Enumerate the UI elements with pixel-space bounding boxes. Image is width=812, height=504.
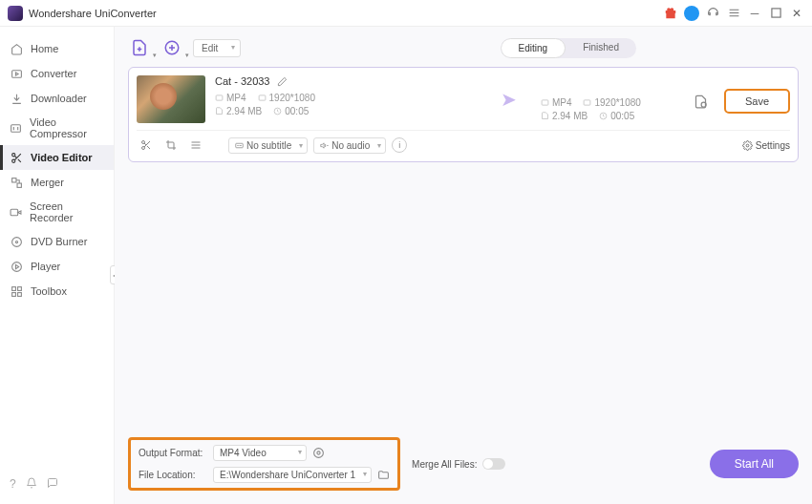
merge-toggle[interactable]	[482, 458, 505, 470]
svg-rect-5	[11, 178, 15, 181]
svg-rect-14	[17, 292, 21, 296]
sidebar-item-editor[interactable]: Video Editor	[0, 145, 114, 170]
svg-rect-11	[11, 286, 15, 290]
user-avatar[interactable]	[684, 6, 699, 21]
add-file-button[interactable]: ▾	[128, 36, 151, 59]
compressor-icon	[10, 121, 22, 135]
svg-rect-1	[11, 70, 21, 77]
sidebar-item-player[interactable]: Player	[0, 254, 114, 279]
svg-point-8	[11, 237, 21, 246]
app-title: Wondershare UniConverter	[29, 8, 157, 19]
sidebar-item-downloader[interactable]: Downloader	[0, 86, 114, 111]
sidebar-label: Player	[31, 261, 60, 272]
tab-finished[interactable]: Finished	[566, 38, 636, 58]
sidebar-item-toolbox[interactable]: Toolbox	[0, 279, 114, 304]
output-settings-icon[interactable]	[694, 94, 709, 109]
item-title: Cat - 32033	[215, 75, 269, 87]
info-button[interactable]: i	[392, 137, 407, 153]
target-resolution: 1920*1080	[583, 97, 640, 108]
notification-icon[interactable]	[26, 477, 37, 491]
sidebar-item-compressor[interactable]: Video Compressor	[0, 111, 114, 145]
svg-point-28	[314, 449, 324, 458]
home-icon	[10, 42, 23, 55]
media-item-card: Cat - 32033 MP4 1920*1080 2.94 MB 00:05 …	[128, 67, 799, 162]
item-settings-button[interactable]: Settings	[742, 140, 790, 151]
sidebar-item-merger[interactable]: Merger	[0, 170, 114, 195]
edit-title-icon[interactable]	[277, 76, 288, 87]
output-settings-box: Output Format: MP4 Video File Location: …	[128, 437, 400, 491]
sidebar-item-dvd[interactable]: DVD Burner	[0, 229, 114, 254]
titlebar: Wondershare UniConverter ─ ✕	[0, 0, 812, 27]
converter-icon	[10, 67, 23, 80]
toolbox-icon	[10, 284, 23, 298]
sidebar-label: Toolbox	[31, 285, 67, 297]
sidebar-item-recorder[interactable]: Screen Recorder	[0, 195, 114, 229]
more-button[interactable]	[186, 136, 205, 154]
scissors-icon	[10, 151, 23, 164]
source-size: 2.94 MB	[215, 106, 262, 116]
audio-select[interactable]: No audio	[313, 137, 386, 154]
tab-editing[interactable]: Editing	[501, 38, 566, 58]
player-icon	[10, 260, 23, 273]
tab-switch: Editing Finished	[501, 38, 636, 58]
file-location-label: File Location:	[139, 470, 207, 480]
merge-label: Merge All Files:	[412, 459, 477, 470]
crop-button[interactable]	[161, 136, 181, 154]
svg-rect-0	[771, 9, 780, 17]
sidebar-label: Merger	[31, 177, 64, 188]
open-folder-icon[interactable]	[377, 469, 390, 481]
svg-rect-16	[216, 95, 223, 100]
maximize-icon[interactable]	[768, 6, 783, 21]
output-format-select[interactable]: MP4 Video	[213, 445, 307, 461]
source-duration: 00:05	[273, 106, 309, 116]
svg-rect-19	[542, 100, 548, 105]
sidebar-label: DVD Burner	[31, 236, 87, 247]
sidebar-label: Downloader	[31, 93, 87, 104]
help-icon[interactable]: ?	[10, 477, 16, 491]
sidebar-label: Converter	[31, 68, 76, 79]
edit-dropdown[interactable]: Edit	[193, 39, 241, 57]
source-resolution: 1920*1080	[258, 93, 315, 103]
sidebar-item-home[interactable]: Home	[0, 36, 114, 61]
minimize-icon[interactable]: ─	[747, 6, 762, 21]
source-format: MP4	[215, 93, 246, 103]
merge-all-box: Merge All Files:	[412, 458, 505, 470]
sidebar-label: Video Editor	[31, 152, 93, 163]
svg-point-27	[317, 452, 320, 454]
menu-icon[interactable]	[726, 6, 741, 21]
sidebar-label: Screen Recorder	[30, 200, 104, 223]
feedback-icon[interactable]	[47, 477, 58, 491]
video-thumbnail[interactable]	[137, 75, 205, 123]
conversion-arrow-icon: ➤	[495, 75, 524, 123]
svg-rect-20	[585, 100, 591, 105]
start-all-button[interactable]: Start All	[710, 450, 799, 478]
trim-button[interactable]	[137, 136, 156, 154]
output-format-gear-icon[interactable]	[312, 447, 325, 459]
target-duration: 00:05	[599, 111, 634, 121]
main-panel: ▾ ▾ Edit Editing Finished Cat - 32033 MP…	[115, 27, 812, 504]
target-format: MP4	[541, 97, 572, 108]
save-button[interactable]: Save	[724, 89, 790, 114]
add-folder-button[interactable]: ▾	[160, 36, 183, 59]
svg-rect-13	[11, 292, 15, 296]
sidebar-label: Home	[31, 43, 58, 54]
bottom-bar: Output Format: MP4 Video File Location: …	[115, 428, 812, 504]
svg-point-3	[11, 153, 14, 156]
svg-point-26	[746, 144, 749, 147]
svg-rect-6	[17, 183, 21, 187]
headset-icon[interactable]	[705, 6, 720, 21]
file-location-select[interactable]: E:\Wondershare UniConverter 1	[213, 467, 372, 483]
close-icon[interactable]: ✕	[789, 6, 804, 21]
subtitle-select[interactable]: No subtitle	[228, 137, 308, 154]
svg-rect-17	[259, 95, 266, 100]
output-format-label: Output Format:	[139, 448, 207, 458]
sidebar-item-converter[interactable]: Converter	[0, 61, 114, 86]
gift-icon[interactable]	[663, 6, 678, 21]
app-logo	[8, 6, 23, 21]
dvd-icon	[10, 235, 23, 248]
merger-icon	[10, 176, 23, 189]
target-size: 2.94 MB	[541, 111, 588, 121]
svg-rect-12	[17, 286, 21, 290]
svg-point-10	[11, 262, 21, 271]
toolbar: ▾ ▾ Edit Editing Finished	[128, 36, 799, 59]
